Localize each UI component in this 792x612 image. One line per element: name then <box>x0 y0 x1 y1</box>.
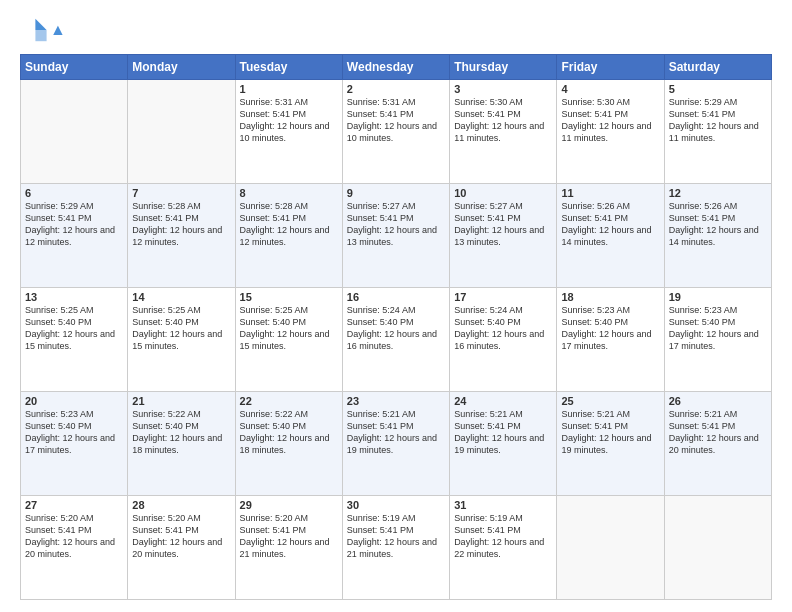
day-info: Sunrise: 5:25 AM Sunset: 5:40 PM Dayligh… <box>25 304 123 353</box>
calendar-cell: 9Sunrise: 5:27 AM Sunset: 5:41 PM Daylig… <box>342 184 449 288</box>
week-row-5: 27Sunrise: 5:20 AM Sunset: 5:41 PM Dayli… <box>21 496 772 600</box>
calendar-cell: 28Sunrise: 5:20 AM Sunset: 5:41 PM Dayli… <box>128 496 235 600</box>
day-number: 15 <box>240 291 338 303</box>
day-info: Sunrise: 5:28 AM Sunset: 5:41 PM Dayligh… <box>132 200 230 249</box>
week-row-1: 1Sunrise: 5:31 AM Sunset: 5:41 PM Daylig… <box>21 80 772 184</box>
calendar-cell: 5Sunrise: 5:29 AM Sunset: 5:41 PM Daylig… <box>664 80 771 184</box>
day-info: Sunrise: 5:21 AM Sunset: 5:41 PM Dayligh… <box>454 408 552 457</box>
calendar-cell: 1Sunrise: 5:31 AM Sunset: 5:41 PM Daylig… <box>235 80 342 184</box>
day-info: Sunrise: 5:24 AM Sunset: 5:40 PM Dayligh… <box>347 304 445 353</box>
weekday-friday: Friday <box>557 55 664 80</box>
day-info: Sunrise: 5:23 AM Sunset: 5:40 PM Dayligh… <box>669 304 767 353</box>
calendar-cell <box>664 496 771 600</box>
weekday-wednesday: Wednesday <box>342 55 449 80</box>
calendar-cell: 19Sunrise: 5:23 AM Sunset: 5:40 PM Dayli… <box>664 288 771 392</box>
weekday-sunday: Sunday <box>21 55 128 80</box>
day-info: Sunrise: 5:21 AM Sunset: 5:41 PM Dayligh… <box>561 408 659 457</box>
day-info: Sunrise: 5:29 AM Sunset: 5:41 PM Dayligh… <box>669 96 767 145</box>
day-info: Sunrise: 5:20 AM Sunset: 5:41 PM Dayligh… <box>240 512 338 561</box>
weekday-tuesday: Tuesday <box>235 55 342 80</box>
calendar-cell <box>557 496 664 600</box>
day-number: 26 <box>669 395 767 407</box>
svg-marker-1 <box>35 30 46 41</box>
header: ▲ <box>20 16 772 44</box>
day-number: 20 <box>25 395 123 407</box>
day-number: 16 <box>347 291 445 303</box>
day-info: Sunrise: 5:23 AM Sunset: 5:40 PM Dayligh… <box>561 304 659 353</box>
calendar-cell: 17Sunrise: 5:24 AM Sunset: 5:40 PM Dayli… <box>450 288 557 392</box>
weekday-monday: Monday <box>128 55 235 80</box>
day-info: Sunrise: 5:25 AM Sunset: 5:40 PM Dayligh… <box>132 304 230 353</box>
calendar-cell: 27Sunrise: 5:20 AM Sunset: 5:41 PM Dayli… <box>21 496 128 600</box>
calendar-cell: 6Sunrise: 5:29 AM Sunset: 5:41 PM Daylig… <box>21 184 128 288</box>
page: ▲ SundayMondayTuesdayWednesdayThursdayFr… <box>0 0 792 612</box>
calendar-cell: 3Sunrise: 5:30 AM Sunset: 5:41 PM Daylig… <box>450 80 557 184</box>
calendar-cell: 4Sunrise: 5:30 AM Sunset: 5:41 PM Daylig… <box>557 80 664 184</box>
day-number: 6 <box>25 187 123 199</box>
day-number: 8 <box>240 187 338 199</box>
calendar-cell: 12Sunrise: 5:26 AM Sunset: 5:41 PM Dayli… <box>664 184 771 288</box>
day-info: Sunrise: 5:21 AM Sunset: 5:41 PM Dayligh… <box>669 408 767 457</box>
calendar-table: SundayMondayTuesdayWednesdayThursdayFrid… <box>20 54 772 600</box>
day-number: 22 <box>240 395 338 407</box>
day-number: 19 <box>669 291 767 303</box>
calendar-cell: 31Sunrise: 5:19 AM Sunset: 5:41 PM Dayli… <box>450 496 557 600</box>
calendar-cell: 7Sunrise: 5:28 AM Sunset: 5:41 PM Daylig… <box>128 184 235 288</box>
day-number: 7 <box>132 187 230 199</box>
weekday-thursday: Thursday <box>450 55 557 80</box>
day-number: 24 <box>454 395 552 407</box>
day-info: Sunrise: 5:26 AM Sunset: 5:41 PM Dayligh… <box>669 200 767 249</box>
day-info: Sunrise: 5:25 AM Sunset: 5:40 PM Dayligh… <box>240 304 338 353</box>
calendar-cell: 11Sunrise: 5:26 AM Sunset: 5:41 PM Dayli… <box>557 184 664 288</box>
day-number: 17 <box>454 291 552 303</box>
calendar-cell <box>21 80 128 184</box>
week-row-4: 20Sunrise: 5:23 AM Sunset: 5:40 PM Dayli… <box>21 392 772 496</box>
calendar-cell: 10Sunrise: 5:27 AM Sunset: 5:41 PM Dayli… <box>450 184 557 288</box>
calendar-cell: 20Sunrise: 5:23 AM Sunset: 5:40 PM Dayli… <box>21 392 128 496</box>
calendar-cell: 8Sunrise: 5:28 AM Sunset: 5:41 PM Daylig… <box>235 184 342 288</box>
week-row-3: 13Sunrise: 5:25 AM Sunset: 5:40 PM Dayli… <box>21 288 772 392</box>
svg-marker-0 <box>35 19 46 30</box>
day-number: 9 <box>347 187 445 199</box>
day-info: Sunrise: 5:23 AM Sunset: 5:40 PM Dayligh… <box>25 408 123 457</box>
day-number: 5 <box>669 83 767 95</box>
day-number: 10 <box>454 187 552 199</box>
logo: ▲ <box>20 16 66 44</box>
logo-icon <box>20 16 48 44</box>
calendar-cell: 13Sunrise: 5:25 AM Sunset: 5:40 PM Dayli… <box>21 288 128 392</box>
day-info: Sunrise: 5:19 AM Sunset: 5:41 PM Dayligh… <box>347 512 445 561</box>
day-info: Sunrise: 5:27 AM Sunset: 5:41 PM Dayligh… <box>454 200 552 249</box>
calendar-cell: 23Sunrise: 5:21 AM Sunset: 5:41 PM Dayli… <box>342 392 449 496</box>
day-number: 12 <box>669 187 767 199</box>
day-info: Sunrise: 5:24 AM Sunset: 5:40 PM Dayligh… <box>454 304 552 353</box>
day-info: Sunrise: 5:19 AM Sunset: 5:41 PM Dayligh… <box>454 512 552 561</box>
day-info: Sunrise: 5:20 AM Sunset: 5:41 PM Dayligh… <box>25 512 123 561</box>
day-number: 3 <box>454 83 552 95</box>
calendar-cell: 14Sunrise: 5:25 AM Sunset: 5:40 PM Dayli… <box>128 288 235 392</box>
day-number: 25 <box>561 395 659 407</box>
day-info: Sunrise: 5:20 AM Sunset: 5:41 PM Dayligh… <box>132 512 230 561</box>
weekday-saturday: Saturday <box>664 55 771 80</box>
day-number: 21 <box>132 395 230 407</box>
calendar-cell: 15Sunrise: 5:25 AM Sunset: 5:40 PM Dayli… <box>235 288 342 392</box>
day-info: Sunrise: 5:29 AM Sunset: 5:41 PM Dayligh… <box>25 200 123 249</box>
day-number: 1 <box>240 83 338 95</box>
calendar-cell: 21Sunrise: 5:22 AM Sunset: 5:40 PM Dayli… <box>128 392 235 496</box>
weekday-header: SundayMondayTuesdayWednesdayThursdayFrid… <box>21 55 772 80</box>
day-number: 13 <box>25 291 123 303</box>
day-number: 28 <box>132 499 230 511</box>
day-number: 23 <box>347 395 445 407</box>
calendar-cell: 25Sunrise: 5:21 AM Sunset: 5:41 PM Dayli… <box>557 392 664 496</box>
calendar-cell <box>128 80 235 184</box>
day-number: 29 <box>240 499 338 511</box>
day-info: Sunrise: 5:26 AM Sunset: 5:41 PM Dayligh… <box>561 200 659 249</box>
calendar-cell: 30Sunrise: 5:19 AM Sunset: 5:41 PM Dayli… <box>342 496 449 600</box>
calendar-cell: 29Sunrise: 5:20 AM Sunset: 5:41 PM Dayli… <box>235 496 342 600</box>
day-info: Sunrise: 5:21 AM Sunset: 5:41 PM Dayligh… <box>347 408 445 457</box>
day-info: Sunrise: 5:31 AM Sunset: 5:41 PM Dayligh… <box>347 96 445 145</box>
day-info: Sunrise: 5:22 AM Sunset: 5:40 PM Dayligh… <box>132 408 230 457</box>
day-info: Sunrise: 5:22 AM Sunset: 5:40 PM Dayligh… <box>240 408 338 457</box>
day-number: 11 <box>561 187 659 199</box>
calendar-cell: 26Sunrise: 5:21 AM Sunset: 5:41 PM Dayli… <box>664 392 771 496</box>
day-number: 18 <box>561 291 659 303</box>
